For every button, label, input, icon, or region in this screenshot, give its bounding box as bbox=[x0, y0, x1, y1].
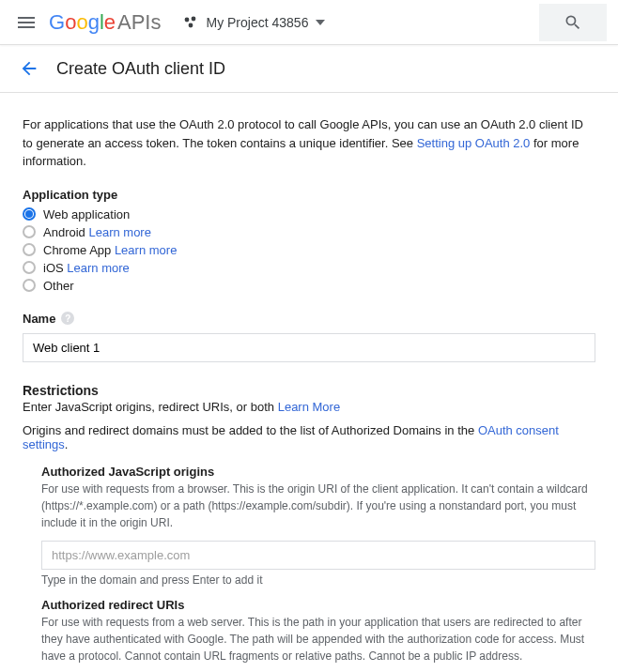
svg-point-0 bbox=[185, 17, 190, 22]
radio-icon bbox=[23, 225, 36, 238]
menu-icon[interactable] bbox=[8, 4, 45, 41]
radio-chrome-app[interactable]: Chrome App Learn more bbox=[23, 241, 595, 259]
project-name: My Project 43856 bbox=[206, 15, 308, 30]
radio-icon bbox=[23, 207, 36, 221]
restrictions-title: Restrictions bbox=[23, 383, 595, 398]
project-selector[interactable]: My Project 43856 bbox=[176, 9, 332, 36]
chrome-learn-more-link[interactable]: Learn more bbox=[115, 243, 177, 257]
radio-web-application[interactable]: Web application bbox=[23, 206, 595, 223]
js-origins-hint: Type in the domain and press Enter to ad… bbox=[41, 573, 595, 587]
intro-text: For applications that use the OAuth 2.0 … bbox=[23, 115, 595, 171]
page-title: Create OAuth client ID bbox=[56, 59, 225, 79]
radio-icon bbox=[23, 261, 36, 274]
google-apis-logo: Google APIs bbox=[49, 10, 161, 35]
redirect-uris-label: Authorized redirect URIs bbox=[41, 598, 595, 612]
redirect-uris-desc: For use with requests from a web server.… bbox=[41, 614, 595, 664]
search-button[interactable] bbox=[539, 4, 607, 41]
svg-point-1 bbox=[192, 16, 196, 21]
name-input[interactable] bbox=[23, 333, 595, 362]
help-icon[interactable]: ? bbox=[61, 312, 74, 325]
radio-icon bbox=[23, 243, 36, 256]
restrictions-desc: Enter JavaScript origins, redirect URIs,… bbox=[23, 400, 595, 414]
js-origins-label: Authorized JavaScript origins bbox=[41, 465, 595, 479]
js-origins-input[interactable] bbox=[41, 541, 595, 570]
search-icon bbox=[564, 13, 582, 32]
app-type-label: Application type bbox=[23, 188, 595, 202]
setup-oauth-link[interactable]: Setting up OAuth 2.0 bbox=[417, 136, 531, 150]
radio-other[interactable]: Other bbox=[23, 277, 595, 295]
android-learn-more-link[interactable]: Learn more bbox=[88, 225, 150, 239]
svg-point-2 bbox=[189, 23, 193, 27]
js-origins-desc: For use with requests from a browser. Th… bbox=[41, 481, 595, 531]
radio-ios[interactable]: iOS Learn more bbox=[23, 259, 595, 277]
back-arrow-icon[interactable] bbox=[19, 58, 39, 79]
restrictions-note: Origins and redirect domains must be add… bbox=[23, 423, 595, 451]
project-cluster-icon bbox=[183, 15, 198, 30]
restrictions-learn-more-link[interactable]: Learn More bbox=[278, 400, 340, 414]
dropdown-caret-icon bbox=[316, 20, 325, 25]
radio-android[interactable]: Android Learn more bbox=[23, 223, 595, 241]
name-label: Name ? bbox=[23, 312, 595, 326]
radio-icon bbox=[23, 279, 36, 292]
ios-learn-more-link[interactable]: Learn more bbox=[67, 261, 129, 275]
